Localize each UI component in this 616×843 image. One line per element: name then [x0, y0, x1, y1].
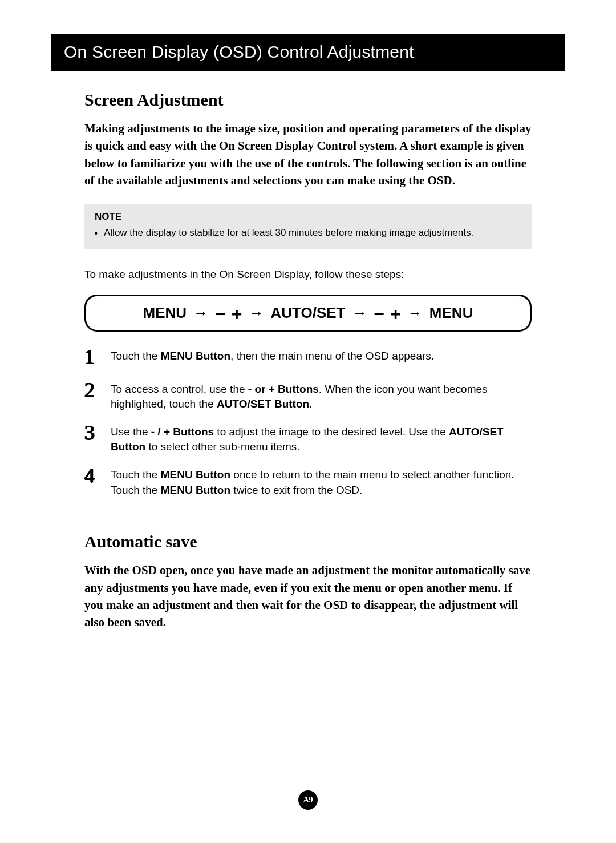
step-text: Touch the MENU Button, then the main men… — [111, 349, 532, 364]
arrow-icon: → — [408, 304, 423, 322]
step-text: Touch the MENU Button once to return to … — [111, 467, 532, 498]
step-3: 3 Use the - / + Buttons to adjust the im… — [84, 425, 532, 455]
page-title: On Screen Display (OSD) Control Adjustme… — [64, 42, 414, 61]
arrow-icon: → — [249, 304, 264, 322]
note-item: Allow the display to stabilize for at le… — [95, 226, 521, 240]
section-intro-2: With the OSD open, once you have made an… — [84, 562, 532, 631]
step-number: 2 — [84, 380, 102, 400]
lead-text: To make adjustments in the On Screen Dis… — [84, 268, 532, 281]
arrow-icon: → — [352, 304, 367, 322]
note-label: NOTE — [95, 211, 521, 223]
note-list: Allow the display to stabilize for at le… — [95, 226, 521, 240]
seq-menu-1: MENU — [143, 304, 187, 322]
step-text: Use the - / + Buttons to adjust the imag… — [111, 425, 532, 455]
step-number: 3 — [84, 422, 102, 443]
section-heading-automatic-save: Automatic save — [84, 532, 532, 551]
page-number-badge: A9 — [298, 790, 318, 810]
arrow-icon: → — [193, 304, 208, 322]
step-text: To access a control, use the - or + Butt… — [111, 382, 532, 412]
page-number: A9 — [303, 796, 313, 805]
steps-list: 1 Touch the MENU Button, then the main m… — [84, 349, 532, 498]
button-sequence-diagram: MENU → − + → AUTO/SET → − + → MENU — [84, 295, 532, 332]
step-number: 1 — [84, 346, 102, 367]
step-number: 4 — [84, 465, 102, 486]
step-1: 1 Touch the MENU Button, then the main m… — [84, 349, 532, 369]
section-intro-1: Making adjustments to the image size, po… — [84, 120, 532, 189]
seq-menu-2: MENU — [429, 304, 473, 322]
step-2: 2 To access a control, use the - or + Bu… — [84, 382, 532, 412]
section-heading-screen-adjustment: Screen Adjustment — [84, 90, 532, 110]
step-4: 4 Touch the MENU Button once to return t… — [84, 467, 532, 498]
page-title-bar: On Screen Display (OSD) Control Adjustme… — [51, 34, 565, 71]
seq-autoset: AUTO/SET — [271, 304, 346, 322]
note-box: NOTE Allow the display to stabilize for … — [84, 204, 532, 249]
page-content: Screen Adjustment Making adjustments to … — [51, 90, 565, 631]
